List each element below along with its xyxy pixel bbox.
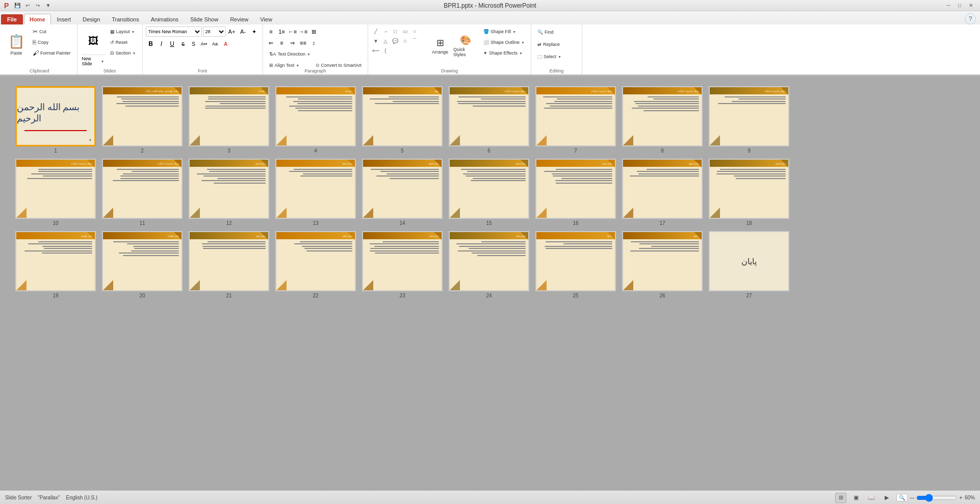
slide-item[interactable]: تعریف مدیریت فرآیند 6 — [449, 86, 529, 154]
reset-button[interactable]: ↺ Reset — [107, 37, 139, 47]
bullets-btn[interactable]: ≡ — [266, 27, 276, 37]
line-spacing-btn[interactable]: ↕ — [309, 38, 319, 48]
slide-item[interactable]: تعریف مدیریت فرآیند 9 — [709, 86, 789, 154]
customize-qa-btn[interactable]: ▼ — [43, 1, 53, 10]
slide-thumbnail[interactable]: مقدمه — [275, 86, 356, 146]
slide-item[interactable]: فصل سوم 15 — [449, 159, 529, 226]
slide-item[interactable]: فصل چهارم 19 — [15, 231, 96, 298]
shape-brace[interactable]: { — [381, 46, 390, 55]
slide-item[interactable]: فصل پنجم 21 — [189, 231, 269, 298]
slide-item[interactable]: تعریف مدیریت فرآیند 11 — [102, 159, 183, 226]
maximize-btn[interactable]: □ — [955, 2, 965, 9]
slide-item[interactable]: فصل سوم 12 — [189, 159, 269, 226]
slide-thumbnail[interactable]: تعریف مدیریت فرآیند — [15, 159, 96, 219]
slide-item[interactable]: مقدمه 4 — [275, 86, 356, 154]
slide-item[interactable]: فصل سوم 14 — [362, 159, 443, 226]
copy-button[interactable]: ⎘ Copy — [30, 37, 74, 47]
columns-btn[interactable]: ⊞ — [309, 27, 319, 37]
slide-thumbnail[interactable]: بسم الله الرحمن الرحیم ✦ — [15, 86, 96, 146]
slide-thumbnail[interactable]: تعریف مدیریت فرآیند — [449, 86, 529, 146]
tab-review[interactable]: Review — [224, 14, 254, 24]
redo-qa-btn[interactable]: ↪ — [33, 1, 42, 10]
slide-thumbnail[interactable]: فصل سوم — [535, 159, 616, 219]
slide-thumbnail[interactable]: فصل سوم — [622, 159, 703, 219]
font-size-select[interactable]: 28 — [203, 27, 226, 37]
font-color-btn[interactable]: A — [221, 39, 231, 49]
close-btn[interactable]: ✕ — [966, 2, 976, 9]
shape-curve[interactable]: ⌒ — [410, 36, 419, 45]
shape-star[interactable]: ☆ — [400, 36, 409, 45]
underline-btn[interactable]: U — [167, 39, 177, 49]
strikethrough-btn[interactable]: S̶ — [178, 39, 188, 49]
text-direction-btn[interactable]: ⇅A Text Direction ▼ — [266, 49, 314, 59]
shape-line[interactable]: ╱ — [371, 27, 380, 36]
slide-item[interactable]: تعریف مدیریت فرآیند 8 — [622, 86, 703, 154]
slide-thumbnail[interactable]: فصل سوم — [709, 159, 789, 219]
shape-fill-button[interactable]: 🪣 Shape Fill ▼ — [480, 27, 528, 37]
zoom-minus[interactable]: ─ — [910, 494, 914, 501]
slide-item[interactable]: پایان 27 — [709, 231, 789, 298]
slide-item[interactable]: بسم الله الرحمن الرحیم ✦ 1 — [15, 86, 96, 154]
save-qa-btn[interactable]: 💾 — [13, 1, 22, 10]
slide-thumbnail[interactable]: تعریف مدیریت فرآیند — [102, 159, 183, 219]
shape-outline-button[interactable]: ⬜ Shape Outline ▼ — [480, 37, 528, 47]
slide-thumbnail[interactable]: تعریف مدیریت فرآیند — [622, 86, 703, 146]
slide-item[interactable]: تاریخ 5 — [362, 86, 443, 154]
slide-thumbnail[interactable]: فصل چهارم — [102, 231, 183, 291]
zoom-fit-btn[interactable]: 🔍 — [896, 494, 908, 501]
slide-sorter-view-btn[interactable]: ⊞ — [835, 493, 846, 503]
arrange-button[interactable]: ⊞ Arrange — [429, 27, 451, 65]
justify-btn[interactable]: ≡≡ — [298, 38, 308, 48]
find-button[interactable]: 🔍 Find — [534, 27, 557, 38]
paste-button[interactable]: 📋 Paste — [5, 27, 28, 62]
slide-item[interactable]: تعریف مدیریت فرآیند 7 — [535, 86, 616, 154]
font-name-select[interactable]: Times New Roman — [146, 27, 202, 37]
increase-indent-btn[interactable]: →≡ — [298, 27, 308, 37]
tab-file[interactable]: File — [1, 14, 23, 24]
zoom-slider[interactable] — [916, 495, 957, 500]
help-btn[interactable]: ? — [965, 13, 976, 24]
tab-insert[interactable]: Insert — [51, 14, 77, 24]
cut-button[interactable]: ✂ Cut — [30, 27, 74, 37]
decrease-indent-btn[interactable]: ←≡ — [288, 27, 298, 37]
slide-thumbnail[interactable]: تاریخ — [362, 86, 443, 146]
new-slide-button[interactable]: 🖼 New Slide ▼ — [81, 27, 106, 68]
section-button[interactable]: ⊟ Section ▼ — [107, 48, 139, 58]
slide-item[interactable]: تعریف مدیریت فرآیند 10 — [15, 159, 96, 226]
slide-item[interactable]: فصل پنجم 23 — [362, 231, 443, 298]
tab-transitions[interactable]: Transitions — [106, 14, 144, 24]
slide-item[interactable]: فصل سوم 18 — [709, 159, 789, 226]
slide-thumbnail[interactable]: فصل سوم — [362, 159, 443, 219]
quick-styles-button[interactable]: 🎨 Quick Styles — [453, 27, 478, 65]
slide-item[interactable]: قرآیند مهندس محمد کسب و کار 2 — [102, 86, 183, 154]
shape-arrow[interactable]: → — [381, 27, 390, 36]
spacing-btn[interactable]: A⇔ — [199, 39, 210, 49]
tab-animations[interactable]: Animations — [145, 14, 184, 24]
shape-tri[interactable]: △ — [381, 36, 390, 45]
slide-thumbnail[interactable]: فصل سوم — [189, 159, 269, 219]
shape-more[interactable]: ▼ — [371, 36, 380, 45]
tab-slideshow[interactable]: Slide Show — [185, 14, 224, 24]
layout-button[interactable]: ▦ Layout ▼ — [107, 27, 139, 37]
slide-item[interactable]: منابع 25 — [535, 231, 616, 298]
slide-thumbnail[interactable]: فصل چهارم — [15, 231, 96, 291]
slideshow-view-btn[interactable]: ▶ — [881, 493, 892, 503]
slide-sorter[interactable]: بسم الله الرحمن الرحیم ✦ 1 قرآیند مهندس … — [0, 76, 980, 490]
numbering-btn[interactable]: 1≡ — [277, 27, 287, 37]
increase-font-btn[interactable]: A+ — [227, 27, 237, 37]
slide-item[interactable]: فصل پنجم 24 — [449, 231, 529, 298]
slide-thumbnail[interactable]: تعریف مدیریت فرآیند — [709, 86, 789, 146]
slide-thumbnail[interactable]: فصل پنجم — [362, 231, 443, 291]
replace-button[interactable]: ⇄ Replace — [534, 39, 563, 50]
undo-qa-btn[interactable]: ↩ — [23, 1, 32, 10]
format-painter-button[interactable]: 🖌 Format Painter — [30, 48, 74, 58]
shape-callout[interactable]: 💬 — [391, 36, 400, 45]
slide-thumbnail[interactable]: فصل پنجم — [189, 231, 269, 291]
slide-thumbnail[interactable]: مقدمه — [189, 86, 269, 146]
slide-thumbnail[interactable]: تعریف مدیریت فرآیند — [535, 86, 616, 146]
decrease-font-btn[interactable]: A- — [238, 27, 248, 37]
slide-thumbnail[interactable]: قرآیند مهندس محمد کسب و کار — [102, 86, 183, 146]
select-button[interactable]: ⬚ Select ▼ — [534, 51, 564, 62]
align-left-btn[interactable]: ⇐ — [266, 38, 276, 48]
align-center-btn[interactable]: ≡ — [277, 38, 287, 48]
